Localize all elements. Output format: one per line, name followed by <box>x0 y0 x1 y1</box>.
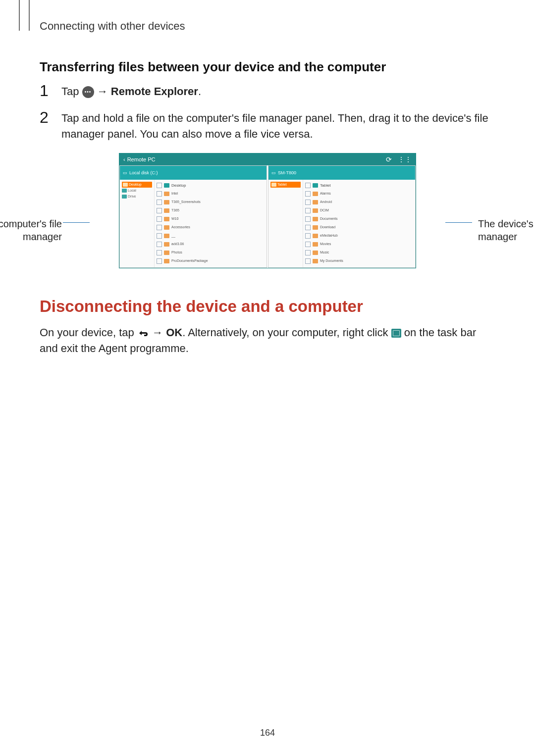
folder-icon <box>164 251 169 255</box>
back-chevron-icon[interactable]: ‹ <box>123 156 125 162</box>
list-item[interactable]: Movies <box>305 240 412 249</box>
item-name: W10 <box>171 217 178 221</box>
list-item[interactable]: __ <box>157 232 264 240</box>
list-item[interactable]: Intel <box>157 190 264 198</box>
disconnect-pre: On your device, tap <box>40 326 137 339</box>
computer-tree[interactable]: DesktopLocalDrive <box>120 180 155 267</box>
folder-icon <box>313 200 318 204</box>
select-all-checkbox[interactable] <box>305 183 311 188</box>
folder-icon <box>164 200 169 204</box>
device-file-list[interactable]: Tablet AlarmsAndroidDCIMDocumentsDownloa… <box>303 180 415 267</box>
more-icon: ••• <box>82 86 94 98</box>
tree-item-label: Drive <box>128 195 136 198</box>
list-item[interactable]: eMediaHub <box>305 232 412 240</box>
checkbox[interactable] <box>305 191 311 197</box>
list-item[interactable]: Photos <box>157 249 264 257</box>
checkbox[interactable] <box>305 250 311 255</box>
checkbox[interactable] <box>157 216 162 222</box>
list-item[interactable]: T365_Screenshots <box>157 198 264 206</box>
computer-pane-header-label: Local disk (C:) <box>129 170 158 175</box>
computer-file-list[interactable]: Desktop IntelT365_ScreenshotsT365W10Acce… <box>155 180 267 267</box>
checkbox[interactable] <box>305 258 311 264</box>
checkbox[interactable] <box>305 242 311 247</box>
tree-item-label: Tablet <box>277 183 287 186</box>
tree-item[interactable]: Desktop <box>122 182 152 188</box>
list-item[interactable]: DCIM <box>305 206 412 215</box>
list-item[interactable]: My Documents <box>305 257 412 265</box>
list-item[interactable]: T365 <box>157 206 264 215</box>
folder-icon <box>313 242 318 247</box>
step-2-body: Tap and hold a file on the computer's fi… <box>61 110 495 142</box>
subheading: Transferring files between your device a… <box>40 59 495 75</box>
tree-item-label: Local <box>128 189 136 192</box>
monitor-icon: ▭ <box>123 170 127 175</box>
grid-view-icon[interactable]: ⋮⋮ <box>398 155 412 163</box>
select-all-checkbox[interactable] <box>157 183 162 188</box>
folder-icon <box>164 192 169 196</box>
list-item[interactable]: Music <box>305 249 412 257</box>
list-item[interactable]: W10 <box>157 215 264 223</box>
tree-item-label: Desktop <box>129 183 142 186</box>
checkbox[interactable] <box>157 250 162 255</box>
device-pane-header-label: SM-T800 <box>278 170 296 175</box>
item-name: Download <box>320 225 335 229</box>
computer-pane-header: ▭ Local disk (C:) <box>120 166 267 180</box>
item-name: ProDocumentsPackage <box>171 259 208 263</box>
device-pane-header: ▭ SM-T800 <box>268 166 415 180</box>
section-title-disconnect: Disconnecting the device and a computer <box>40 297 495 316</box>
folder-icon <box>122 189 127 193</box>
checkbox[interactable] <box>305 208 311 213</box>
tree-item[interactable]: Tablet <box>270 182 301 188</box>
checkbox[interactable] <box>157 225 162 230</box>
folder-icon <box>164 217 169 221</box>
tree-item[interactable]: Drive <box>122 194 152 200</box>
list-item[interactable]: Android <box>305 198 412 206</box>
step-number-2: 2 <box>40 109 61 125</box>
page-number: 164 <box>0 728 535 738</box>
checkbox[interactable] <box>305 233 311 239</box>
checkbox[interactable] <box>305 216 311 222</box>
list-item[interactable]: Download <box>305 223 412 232</box>
device-file-pane[interactable]: ▭ SM-T800 Tablet Tablet A <box>268 165 416 268</box>
folder-icon <box>164 259 169 263</box>
step-1-body: Tap ••• → Remote Explorer. <box>61 84 495 100</box>
list-item[interactable]: Alarms <box>305 190 412 198</box>
item-name: T365 <box>171 208 179 212</box>
running-header: Connecting with other devices <box>40 20 495 33</box>
disconnect-ok: OK <box>166 326 182 339</box>
folder-icon <box>313 251 318 255</box>
step-1-pre: Tap <box>61 85 82 98</box>
computer-file-pane[interactable]: ▭ Local disk (C:) DesktopLocalDrive Desk… <box>119 165 267 268</box>
list-item[interactable]: add3.06 <box>157 240 264 249</box>
item-name: T365_Screenshots <box>171 200 201 204</box>
step-1-bold: Remote Explorer <box>111 85 198 98</box>
checkbox[interactable] <box>157 233 162 239</box>
callout-right: The device's file manager <box>478 217 535 243</box>
checkbox[interactable] <box>305 200 311 205</box>
checkbox[interactable] <box>157 200 162 205</box>
checkbox[interactable] <box>305 225 311 230</box>
item-name: Alarms <box>320 192 331 196</box>
checkbox[interactable] <box>157 191 162 197</box>
checkbox[interactable] <box>157 258 162 264</box>
list-item[interactable]: Documents <box>305 215 412 223</box>
step-1-end: . <box>198 85 201 98</box>
item-name: __ <box>171 234 175 238</box>
refresh-icon[interactable]: ⟳ <box>386 155 392 163</box>
tree-item[interactable]: Local <box>122 188 152 194</box>
tablet-icon: ▭ <box>271 170 276 175</box>
checkbox[interactable] <box>157 242 162 247</box>
folder-icon <box>164 208 169 213</box>
folder-icon <box>122 195 127 199</box>
item-name: Music <box>320 251 329 254</box>
callout-line-right <box>445 222 472 223</box>
device-tree[interactable]: Tablet <box>268 180 303 267</box>
checkbox[interactable] <box>157 208 162 213</box>
list-item[interactable]: Accessories <box>157 223 264 232</box>
page-edge-marks <box>19 0 30 31</box>
disconnect-mid: . Alternatively, on your computer, right… <box>182 326 391 339</box>
list-item[interactable]: ProDocumentsPackage <box>157 257 264 265</box>
folder-icon <box>123 183 128 187</box>
folder-icon <box>164 242 169 247</box>
item-name: DCIM <box>320 208 329 212</box>
